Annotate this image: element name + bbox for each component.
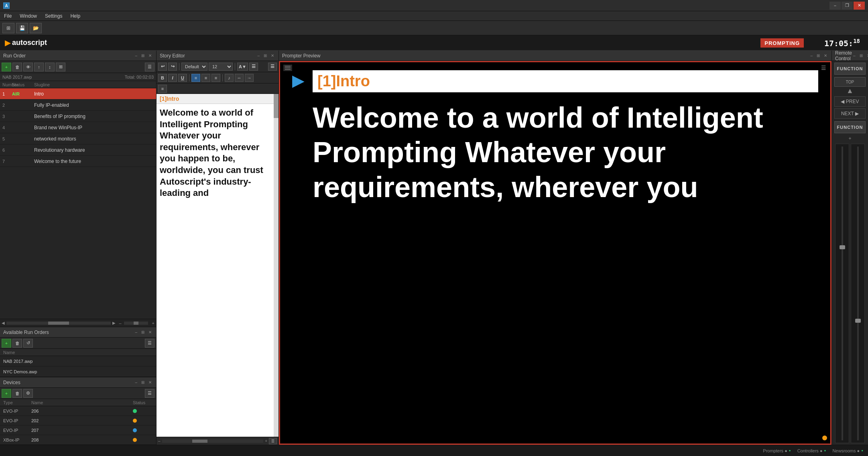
available-item[interactable]: NYC Demos.awp — [0, 366, 156, 377]
menu-file[interactable]: File — [2, 12, 13, 20]
run-order-dock-button[interactable]: ⊞ — [140, 53, 146, 58]
scroll-left-arrow[interactable]: ◀ — [2, 321, 5, 325]
run-order-item[interactable]: 4 Brand new WinPlus-IP — [0, 122, 156, 133]
remote-function-button-1[interactable]: FUNCTION — [834, 63, 866, 75]
run-order-close-button[interactable]: ✕ — [147, 53, 153, 58]
device-item[interactable]: EVO-IP 202 — [0, 416, 156, 425]
story-bottom-menu[interactable]: ☰ — [269, 438, 277, 444]
story-editor-pin-button[interactable]: – — [256, 53, 261, 58]
run-order-item[interactable]: 7 Welcome to the future — [0, 156, 156, 167]
run-order-pin-button[interactable]: – — [134, 53, 138, 58]
slider-right-handle[interactable] — [855, 319, 861, 323]
remote-top-arrow[interactable]: ▲ — [834, 87, 866, 95]
scroll-plus[interactable]: + — [152, 321, 154, 326]
run-order-item[interactable]: 2 Fully IP-enabled — [0, 100, 156, 111]
minimize-button[interactable]: − — [829, 2, 841, 10]
run-order-down-button[interactable]: ↕ — [45, 63, 55, 71]
devices-menu-button[interactable]: ☰ — [145, 389, 154, 398]
devices-pin-button[interactable]: – — [134, 380, 138, 385]
align-center-button[interactable]: ≡ — [201, 74, 210, 82]
run-order-eye-button[interactable]: 👁 — [23, 63, 33, 71]
restore-button[interactable]: ❐ — [842, 2, 853, 10]
scroll-minus[interactable]: – — [119, 321, 121, 326]
toolbar-open-button[interactable]: 📂 — [30, 23, 42, 33]
story-editor-menu-button[interactable]: ☰ — [268, 63, 277, 71]
story-extra-button[interactable]: ≡ — [158, 85, 167, 93]
undo-button[interactable]: ↩ — [158, 63, 167, 71]
available-refresh-button[interactable]: ↺ — [23, 339, 33, 348]
run-order-grid-button[interactable]: ⊞ — [56, 63, 65, 71]
run-order-up-button[interactable]: ↑ — [34, 63, 44, 71]
device-item[interactable]: EVO-IP 206 — [0, 406, 156, 416]
scroll-track[interactable] — [6, 322, 111, 325]
devices-delete-button[interactable]: 🗑 — [12, 389, 22, 398]
remote-slider-right[interactable] — [851, 144, 865, 443]
align-right-button[interactable]: ≡ — [211, 74, 220, 82]
devices-dock-button[interactable]: ⊞ — [140, 380, 146, 385]
devices-add-button[interactable]: + — [2, 389, 11, 398]
slider-left-track[interactable] — [842, 147, 843, 440]
remote-close-button[interactable]: ✕ — [866, 53, 868, 58]
italic-button[interactable]: I — [168, 74, 177, 82]
run-order-item[interactable]: 3 Benefits of IP prompting — [0, 111, 156, 122]
remote-prev-button[interactable]: ◀ PREV — [834, 96, 866, 107]
available-close-button[interactable]: ✕ — [147, 330, 153, 335]
toolbar-new-button[interactable]: ⊞ — [2, 23, 14, 33]
remote-header-controls: – ⊞ ✕ — [852, 53, 868, 58]
insert-media-button[interactable]: ♪ — [225, 74, 234, 82]
available-pin-button[interactable]: – — [134, 330, 138, 335]
slider-right-track[interactable] — [857, 147, 859, 440]
insert-tab-button[interactable]: → — [245, 74, 254, 82]
toolbar-save-button[interactable]: 💾 — [16, 23, 28, 33]
prompter-menu-icon[interactable]: ☰ — [821, 65, 826, 71]
remote-next-button[interactable]: NEXT ▶ — [834, 108, 866, 119]
story-editor-dock-button[interactable]: ⊞ — [262, 53, 268, 58]
underline-button[interactable]: U — [178, 74, 187, 82]
story-editor-close-button[interactable]: ✕ — [270, 53, 275, 58]
available-item[interactable]: NAB 2017.awp — [0, 356, 156, 366]
available-menu-button[interactable]: ☰ — [145, 339, 154, 348]
device-item[interactable]: EVO-IP 207 — [0, 425, 156, 435]
menu-help[interactable]: Help — [69, 12, 82, 20]
font-size-select[interactable]: 12 — [209, 63, 233, 71]
devices-settings-button[interactable]: ⚙ — [23, 389, 33, 398]
story-editor-content[interactable]: [1]Intro Welcome to a world of Intellige… — [157, 94, 278, 437]
format-a-button[interactable]: A▼ — [237, 63, 248, 71]
item-number: 3 — [2, 114, 12, 119]
run-order-menu-button[interactable]: ☰ — [145, 63, 154, 71]
scroll-right-arrow[interactable]: ▶ — [112, 321, 116, 325]
run-order-item[interactable]: 1 AIR Intro — [0, 88, 156, 100]
fit-width-button[interactable]: ↔ — [235, 74, 244, 82]
bold-button[interactable]: B — [158, 74, 167, 82]
close-button[interactable]: ✕ — [854, 2, 865, 10]
prompter-dock-button[interactable]: ⊞ — [815, 53, 821, 58]
story-body-text[interactable]: Welcome to a world of Intelligent Prompt… — [157, 104, 278, 202]
font-family-select[interactable]: Default — [181, 63, 207, 71]
available-add-button[interactable]: + — [2, 339, 11, 348]
redo-button[interactable]: ↪ — [168, 63, 177, 71]
story-h-scroll-track[interactable] — [162, 440, 264, 443]
available-dock-button[interactable]: ⊞ — [140, 330, 146, 335]
devices-close-button[interactable]: ✕ — [147, 380, 153, 385]
device-item[interactable]: XBox-IP 208 — [0, 435, 156, 445]
prompter-pin-button[interactable]: – — [809, 53, 814, 58]
menu-settings[interactable]: Settings — [43, 12, 64, 20]
menu-window[interactable]: Window — [18, 12, 39, 20]
story-scroll-left[interactable]: – — [158, 439, 161, 443]
prompter-close-button[interactable]: ✕ — [823, 53, 828, 58]
run-order-delete-button[interactable]: 🗑 — [12, 63, 22, 71]
remote-top-button[interactable]: TOP — [834, 77, 866, 87]
slider-left-handle[interactable] — [840, 245, 845, 249]
remote-pin-button[interactable]: – — [852, 53, 857, 58]
story-vertical-scrollbar[interactable] — [274, 94, 278, 437]
run-order-item[interactable]: 6 Revolutionary hardware — [0, 145, 156, 156]
remote-function-button-2[interactable]: FUNCTION — [834, 121, 866, 133]
story-scroll-right[interactable]: + — [265, 439, 267, 443]
run-order-add-button[interactable]: + — [2, 63, 11, 71]
align-left-button[interactable]: ≡ — [191, 74, 200, 82]
format-highlight-button[interactable]: ☰ — [249, 63, 258, 71]
run-order-item[interactable]: 5 networked monitors — [0, 133, 156, 145]
available-delete-button[interactable]: 🗑 — [12, 339, 22, 348]
remote-slider-left[interactable] — [835, 144, 849, 443]
remote-dock-button[interactable]: ⊞ — [858, 53, 864, 58]
